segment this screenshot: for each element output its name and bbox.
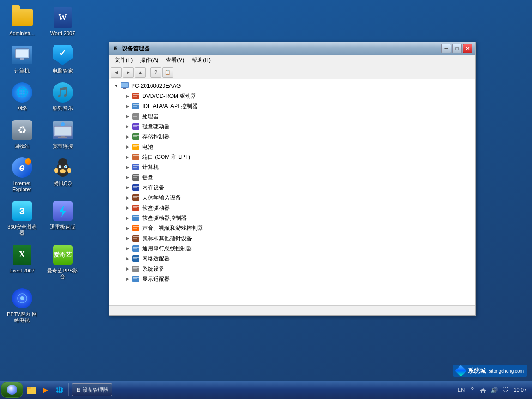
expand-arrow-icon[interactable]: ▶ (124, 235, 131, 242)
desktop-icon-ie[interactable]: e Internet Explorer (5, 155, 39, 194)
window-content[interactable]: ▼ PC-20160620EAAG ▶DVD/CD-ROM 驱动器▶IDE AT… (109, 79, 475, 305)
word-icon: W (54, 7, 72, 28)
desktop-icon-word2007[interactable]: W Word 2007 (45, 5, 80, 38)
svg-rect-48 (133, 167, 137, 168)
tree-item[interactable]: ▶计算机 (122, 162, 473, 172)
root-expand-icon: ▼ (113, 82, 120, 90)
menu-file[interactable]: 文件(F) (111, 55, 136, 65)
tree-root-item[interactable]: ▼ PC-20160620EAAG (111, 81, 473, 91)
expand-arrow-icon[interactable]: ▶ (124, 113, 131, 120)
pptv-icon (12, 288, 32, 308)
expand-arrow-icon[interactable]: ▶ (124, 245, 131, 252)
desktop-icon-360[interactable]: 3 360安全浏览器 (5, 198, 39, 238)
desktop-icon-pptv[interactable]: PPTV聚力 网络电视 (5, 285, 39, 325)
help-icon[interactable]: ? (467, 385, 477, 394)
ql-files[interactable] (25, 383, 38, 396)
toolbar-forward[interactable]: ▶ (123, 67, 134, 78)
expand-arrow-icon[interactable]: ▶ (124, 174, 131, 181)
tree-item[interactable]: ▶键盘 (122, 172, 473, 182)
expand-arrow-icon[interactable]: ▶ (124, 224, 131, 232)
desktop-icon-diannaoguan[interactable]: ✓ 电脑管家 (45, 42, 80, 76)
device-type-icon (131, 163, 140, 171)
expand-arrow-icon[interactable]: ▶ (124, 204, 131, 212)
svg-rect-35 (133, 125, 139, 126)
tree-item[interactable]: ▶系统设备 (122, 264, 473, 274)
window-titlebar[interactable]: 🖥 设备管理器 ─ □ ✕ (109, 42, 475, 55)
maximize-button[interactable]: □ (452, 44, 462, 53)
tree-item-label: 软盘驱动器控制器 (142, 214, 187, 222)
expand-arrow-icon[interactable]: ▶ (124, 184, 131, 191)
expand-arrow-icon[interactable]: ▶ (124, 133, 131, 140)
lang-indicator[interactable]: EN (456, 385, 466, 394)
tree-item[interactable]: ▶软盘驱动器控制器 (122, 213, 473, 223)
expand-arrow-icon[interactable]: ▶ (124, 255, 131, 262)
ql-ie[interactable]: 🌐 (53, 383, 66, 396)
device-type-icon (131, 204, 140, 212)
expand-arrow-icon[interactable]: ▶ (124, 143, 131, 151)
menu-view[interactable]: 查看(V) (162, 55, 188, 65)
ql-media[interactable]: ▶ (39, 383, 52, 396)
device-type-icon (131, 254, 140, 263)
toolbar-up[interactable]: ▲ (135, 67, 146, 78)
toolbar-help[interactable]: ? (150, 67, 161, 78)
svg-rect-83 (27, 388, 36, 394)
minimize-button[interactable]: ─ (441, 44, 451, 53)
expand-arrow-icon[interactable]: ▶ (124, 153, 131, 161)
tree-item[interactable]: ▶声音、视频和游戏控制器 (122, 223, 473, 233)
toolbar-back[interactable]: ◀ (111, 67, 122, 78)
expand-arrow-icon[interactable]: ▶ (124, 194, 131, 201)
tree-item[interactable]: ▶鼠标和其他指针设备 (122, 233, 473, 243)
toolbar-properties[interactable]: 📋 (162, 67, 173, 78)
svg-rect-51 (133, 177, 137, 178)
network-icon[interactable] (478, 385, 488, 394)
desktop-icon-qq[interactable]: 腾讯QQ (45, 155, 80, 194)
desktop-icon-broadband[interactable]: 宽带连接 (45, 117, 80, 151)
desktop-icon-computer[interactable]: 计算机 (5, 42, 39, 76)
menu-help[interactable]: 帮助(H) (188, 55, 214, 65)
tree-item[interactable]: ▶DVD/CD-ROM 驱动器 (122, 91, 473, 101)
start-button[interactable] (1, 382, 23, 398)
desktop-icon-pps[interactable]: 爱奇艺 爱奇艺PPS影音 (45, 242, 80, 282)
tree-item-label: 磁盘驱动器 (142, 123, 170, 131)
tree-item[interactable]: ▶处理器 (122, 111, 473, 121)
tree-item[interactable]: ▶电池 (122, 142, 473, 152)
tree-item[interactable]: ▶通用串行总线控制器 (122, 243, 473, 254)
expand-arrow-icon[interactable]: ▶ (124, 265, 131, 272)
expand-arrow-icon[interactable]: ▶ (124, 123, 131, 130)
expand-arrow-icon[interactable]: ▶ (124, 103, 131, 110)
tree-item[interactable]: ▶存储控制器 (122, 132, 473, 142)
tree-item[interactable]: ▶显示适配器 (122, 274, 473, 284)
svg-rect-45 (133, 157, 137, 157)
tree-item[interactable]: ▶端口 (COM 和 LPT) (122, 152, 473, 162)
security-icon[interactable]: 🛡 (501, 385, 510, 394)
tree-item[interactable]: ▶网络适配器 (122, 254, 473, 264)
desktop-icon-admin[interactable]: Administr... (5, 5, 39, 38)
qq-icon (53, 157, 73, 178)
tree-item[interactable]: ▶软盘驱动器 (122, 203, 473, 213)
menu-action[interactable]: 操作(A) (136, 55, 162, 65)
clock[interactable]: 10:07 (512, 387, 528, 393)
desktop-icon-excel2007[interactable]: X Excel 2007 (5, 242, 39, 282)
expand-arrow-icon[interactable]: ▶ (124, 275, 131, 283)
svg-rect-44 (133, 155, 139, 156)
desktop-icon-thunder[interactable]: 迅雷极速版 (45, 198, 80, 238)
device-type-icon (131, 275, 140, 283)
tree-item[interactable]: ▶内存设备 (122, 182, 473, 193)
svg-rect-74 (133, 257, 139, 258)
expand-arrow-icon[interactable]: ▶ (124, 214, 131, 222)
volume-icon[interactable]: 🔊 (490, 385, 499, 394)
desktop-icon-kugou[interactable]: 🎵 酷狗音乐 (45, 79, 80, 113)
svg-rect-29 (133, 104, 139, 105)
expand-arrow-icon[interactable]: ▶ (124, 163, 131, 171)
tree-item[interactable]: ▶IDE ATA/ATAPI 控制器 (122, 101, 473, 111)
device-type-icon (131, 92, 140, 100)
close-button[interactable]: ✕ (463, 44, 472, 53)
task-device-manager[interactable]: 🖥 设备管理器 (72, 383, 112, 396)
tree-item[interactable]: ▶人体学输入设备 (122, 193, 473, 203)
expand-arrow-icon[interactable]: ▶ (124, 92, 131, 100)
tree-item-label: 声音、视频和游戏控制器 (142, 224, 203, 232)
svg-rect-33 (133, 116, 137, 117)
desktop-icon-network[interactable]: 🌐 网络 (5, 79, 39, 113)
tree-item[interactable]: ▶磁盘驱动器 (122, 121, 473, 132)
desktop-icon-recycle[interactable]: ♻ 回收站 (5, 117, 39, 151)
